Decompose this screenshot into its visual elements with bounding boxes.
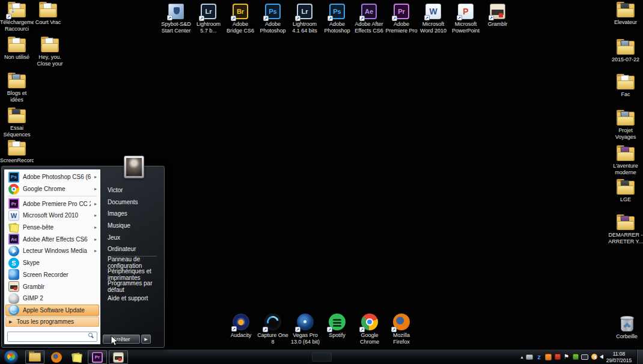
taskbar-firefox-button[interactable] bbox=[47, 350, 66, 364]
menu-item-musique[interactable]: Musique bbox=[108, 220, 162, 232]
show-desktop-button[interactable] bbox=[636, 350, 643, 364]
skype-icon: S bbox=[8, 258, 19, 268]
start-menu-places: Victor Documents Images Musique Jeux Ord… bbox=[102, 169, 162, 345]
action-center-icon[interactable]: ⚑ bbox=[563, 354, 570, 360]
desktop-icon-court-vrac[interactable]: Court Vrac bbox=[31, 4, 65, 26]
shutdown-options-arrow[interactable]: ▶ bbox=[141, 335, 151, 344]
menu-item-chrome[interactable]: Google Chrome bbox=[5, 183, 99, 195]
menu-item-panneau-config[interactable]: Panneau de configuration bbox=[108, 257, 162, 269]
taskbar-sticky-notes-button[interactable] bbox=[67, 350, 87, 364]
after-effects-icon: Ae bbox=[8, 234, 19, 244]
display-tray-icon[interactable] bbox=[526, 354, 533, 360]
desktop-icon-2015-07-22[interactable]: 2015-07-22 bbox=[608, 41, 643, 63]
network-icon[interactable] bbox=[581, 354, 588, 360]
all-programs-button[interactable]: Tous les programmes bbox=[5, 317, 99, 327]
menu-separator bbox=[8, 196, 97, 196]
desktop-icon-hey-you[interactable]: Hey, you. Close your laptop. Now bbox=[31, 38, 69, 68]
menu-item-photoshop[interactable]: Ps Adobe Photoshop CS6 (64 Bit) bbox=[5, 171, 99, 183]
taskbar-premiere-button[interactable]: Pr bbox=[88, 350, 107, 364]
gramblr-icon bbox=[113, 352, 124, 363]
desktop-icon-elevateur[interactable]: Elevateur bbox=[608, 4, 643, 26]
apple-software-update-icon bbox=[8, 305, 19, 315]
desktop-icon-firefox[interactable]: ➚ Mozilla Firefox bbox=[385, 314, 418, 345]
desktop-icon-demarrer-arreter[interactable]: DEMARRER - ARRETER Y... bbox=[608, 216, 643, 245]
desktop-icon-aventure-moderne[interactable]: L'aventure moderne bbox=[608, 147, 643, 176]
menu-item-documents[interactable]: Documents bbox=[108, 196, 162, 208]
desktop-icon-spybot[interactable]: ➚ Spybot-S&D Start Center bbox=[160, 4, 192, 34]
desktop-icon-vegas[interactable]: ➚ Vegas Pro 13.0 (64 bit) bbox=[289, 314, 322, 345]
desktop-icon-audacity[interactable]: ➚ Audacity bbox=[225, 314, 257, 339]
start-search-input[interactable] bbox=[7, 332, 97, 342]
desktop-icon-lightroom5[interactable]: Lr➚ Lightroom 5.7 b... bbox=[192, 4, 225, 34]
desktop-icon-spotify[interactable]: ➚ Spotify bbox=[321, 314, 353, 339]
taskbar-faded-button[interactable] bbox=[312, 352, 332, 362]
shortcut-badge-icon: ➚ bbox=[167, 15, 172, 20]
menu-item-programmes-defaut[interactable]: Programmes par défaut bbox=[108, 281, 162, 293]
menu-item-skype[interactable]: S Skype bbox=[5, 257, 99, 269]
menu-item-word[interactable]: W Microsoft Word 2010 bbox=[5, 210, 99, 222]
start-button[interactable] bbox=[4, 350, 19, 364]
shortcut-badge-icon: ➚ bbox=[359, 16, 365, 21]
menu-item-ordinateur[interactable]: Ordinateur bbox=[108, 243, 162, 255]
desktop-icon-blogs-idees[interactable]: Blogs et idées bbox=[0, 74, 34, 103]
menu-item-wmp[interactable]: Lecteur Windows Media bbox=[5, 245, 99, 257]
desktop-icon-non-utilise[interactable]: Non utilisé bbox=[0, 38, 34, 61]
desktop-icon-premiere[interactable]: Pr➚ Adobe Premiere Pro CC 2014 bbox=[385, 4, 418, 35]
desktop-icon-recycle-bin[interactable]: Corbeille bbox=[611, 316, 643, 340]
powerpoint-icon: P➚ bbox=[458, 4, 474, 19]
desktop-icon-photoshop-1[interactable]: Ps➚ Adobe Photoshop C... bbox=[257, 4, 289, 35]
sync-tray-icon[interactable]: z bbox=[536, 354, 543, 360]
menu-item-screen-recorder[interactable]: Screen Recorder bbox=[5, 268, 99, 281]
menu-item-after-effects[interactable]: Ae Adobe After Effects CS6 bbox=[5, 233, 99, 245]
folder-icon bbox=[8, 142, 26, 156]
desktop-icon-essai-sequences[interactable]: Essai Séquences bbox=[0, 109, 34, 138]
desktop-icon-chrome[interactable]: ➚ Google Chrome bbox=[353, 314, 386, 345]
menu-item-aide-support[interactable]: Aide et support bbox=[108, 292, 162, 304]
desktop-icon-fac[interactable]: Fac bbox=[608, 76, 643, 98]
menu-item-gimp[interactable]: GIMP 2 bbox=[5, 293, 99, 305]
icon-label: Microsoft Word 2010 bbox=[417, 21, 449, 34]
desktop-icon-projet-voyages[interactable]: Projet Voyages bbox=[608, 112, 643, 141]
desktop-icon-gramblr[interactable]: ➚ Gramblr bbox=[481, 4, 514, 28]
folder-shortcut-icon: ↓➚ bbox=[8, 4, 26, 17]
menu-item-pense-bete[interactable]: Pense-bête bbox=[5, 222, 99, 234]
icon-label: Gramblr bbox=[481, 21, 514, 28]
menu-item-gramblr[interactable]: Gramblr bbox=[5, 281, 99, 293]
alert-tray-icon[interactable] bbox=[555, 354, 561, 360]
shutdown-button[interactable]: Arrêter bbox=[103, 335, 140, 344]
desktop-icon-telechargements[interactable]: ↓➚ Téléchargements Raccourci bbox=[0, 4, 34, 32]
screen-recorder-icon bbox=[8, 269, 19, 280]
folder-icon bbox=[617, 181, 635, 195]
desktop-icon-word[interactable]: W➚ Microsoft Word 2010 bbox=[417, 4, 449, 34]
shortcut-badge-icon: ➚ bbox=[392, 16, 397, 21]
menu-item-user[interactable]: Victor bbox=[108, 184, 162, 196]
menu-item-images[interactable]: Images bbox=[108, 208, 162, 220]
desktop-icon-bridge[interactable]: Br➚ Adobe Bridge CS6 bbox=[224, 4, 257, 34]
menu-item-premiere[interactable]: Pr Adobe Premiere Pro CC 2014 bbox=[5, 198, 99, 210]
desktop-icon-photoshop-2[interactable]: Ps➚ Adobe Photoshop C... bbox=[321, 4, 353, 35]
menu-item-peripheriques[interactable]: Périphériques et imprimantes bbox=[108, 268, 162, 281]
icon-label: Adobe Bridge CS6 bbox=[224, 21, 257, 34]
taskbar-clock[interactable]: 11:08 29/07/2015 bbox=[605, 351, 633, 363]
desktop-icon-lge[interactable]: LGE bbox=[608, 181, 643, 203]
desktop-icon-after-effects[interactable]: Ae➚ Adobe After Effects CS6 bbox=[353, 4, 385, 34]
icon-label: Audacity bbox=[225, 332, 257, 339]
desktop-icon-lightroom4[interactable]: Lr➚ Lightroom 4.1 64 bits bbox=[288, 4, 321, 34]
menu-item-jeux[interactable]: Jeux bbox=[108, 231, 162, 243]
icon-label: Mozilla Firefox bbox=[385, 332, 418, 345]
taskbar-gramblr-button[interactable] bbox=[109, 350, 128, 364]
taskbar-explorer-button[interactable] bbox=[25, 350, 44, 364]
word-icon: W bbox=[8, 210, 19, 221]
update-tray-icon[interactable] bbox=[573, 354, 579, 360]
icon-label: Lightroom 4.1 64 bits bbox=[288, 21, 321, 34]
shortcut-badge-icon: ➚ bbox=[231, 16, 236, 21]
recycle-bin-icon bbox=[621, 316, 633, 332]
volume-icon[interactable] bbox=[600, 354, 603, 359]
menu-item-apple-software-update[interactable]: Apple Software Update bbox=[5, 305, 99, 317]
security-tray-icon[interactable] bbox=[545, 354, 552, 360]
desktop-icon-capture-one[interactable]: ➚ Capture One 8 bbox=[257, 314, 289, 345]
show-hidden-icons-button[interactable]: ▴ bbox=[520, 354, 523, 360]
desktop-icon-screenrecorder[interactable]: ScreenRecorder bbox=[0, 142, 34, 164]
user-avatar[interactable] bbox=[124, 156, 144, 178]
desktop-icon-powerpoint[interactable]: P➚ Microsoft PowerPoint 20... bbox=[449, 4, 482, 35]
